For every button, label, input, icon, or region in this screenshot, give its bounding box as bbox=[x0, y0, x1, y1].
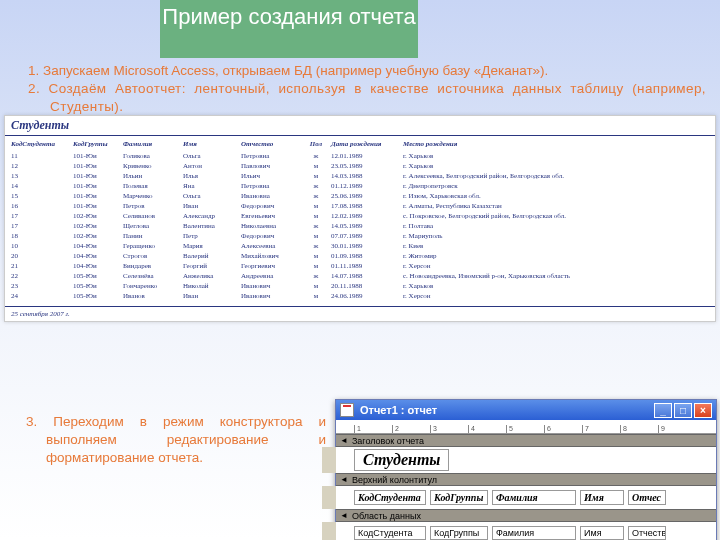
table-row: 18102-ЮиПанинПетрФедоровичм07.07.1989г. … bbox=[5, 231, 715, 241]
report-columns: КодСтудента КодГруппы Фамилия Имя Отчест… bbox=[5, 139, 715, 149]
table-row: 17102-ЮиСеливановАлександрЕвгеньевичм12.… bbox=[5, 211, 715, 221]
titlebar[interactable]: Отчет1 : отчет _ □ × bbox=[336, 400, 716, 420]
minimize-button[interactable]: _ bbox=[654, 403, 672, 418]
report-body: 11101-ЮиГоликоваОльгаПетровнаж12.01.1989… bbox=[5, 149, 715, 306]
section-report-header[interactable]: ◄Заголовок отчета bbox=[336, 434, 716, 447]
step-3: 3. Переходим в режим конструктора и выпо… bbox=[26, 413, 326, 468]
field-control[interactable]: Имя bbox=[580, 526, 624, 540]
table-row: 17102-ЮиЩегловаВалентинаНиколаевнаж14.05… bbox=[5, 221, 715, 231]
table-row: 14101-ЮиПолеваяЯнаПетровнаж01.12.1989г. … bbox=[5, 181, 715, 191]
page-header-area[interactable]: КодСтудента КодГруппы Фамилия Имя Отчес bbox=[322, 486, 716, 509]
step-1: 1. Запускаем Microsoft Access, открываем… bbox=[28, 62, 706, 80]
label-control[interactable]: Имя bbox=[580, 490, 624, 505]
ruler: 123456789 bbox=[336, 420, 716, 434]
report-title: Студенты bbox=[5, 116, 715, 136]
label-control[interactable]: КодСтудента bbox=[354, 490, 426, 505]
title-label-control[interactable]: Студенты bbox=[354, 449, 449, 471]
section-detail[interactable]: ◄Область данных bbox=[336, 509, 716, 522]
table-row: 16101-ЮиПетровИванФедоровичм17.08.1988г.… bbox=[5, 201, 715, 211]
field-control[interactable]: КодСтудента bbox=[354, 526, 426, 540]
access-designer-window: Отчет1 : отчет _ □ × 123456789 ◄Заголово… bbox=[335, 399, 717, 540]
table-row: 20104-ЮиСтроговВалерийМихайловичм01.09.1… bbox=[5, 251, 715, 261]
label-control[interactable]: Отчес bbox=[628, 490, 666, 505]
table-row: 22105-ЮиСелезнёваАнжеликаАндреевнаж14.07… bbox=[5, 271, 715, 281]
table-row: 12101-ЮиКривенкоАнтонПавловичм23.05.1989… bbox=[5, 161, 715, 171]
detail-area[interactable]: КодСтудента КодГруппы Фамилия Имя Отчест… bbox=[322, 522, 716, 540]
label-control[interactable]: Фамилия bbox=[492, 490, 576, 505]
report-preview: Студенты КодСтудента КодГруппы Фамилия И… bbox=[4, 115, 716, 322]
header-area[interactable]: Студенты bbox=[322, 447, 716, 473]
table-row: 21104-ЮиБиндаревГеоргийГеоргиевичм01.11.… bbox=[5, 261, 715, 271]
maximize-button[interactable]: □ bbox=[674, 403, 692, 418]
title-text: Пример создания отчета bbox=[162, 4, 415, 29]
report-icon bbox=[340, 403, 354, 417]
table-row: 11101-ЮиГоликоваОльгаПетровнаж12.01.1989… bbox=[5, 151, 715, 161]
field-control[interactable]: Отчеств bbox=[628, 526, 666, 540]
field-control[interactable]: КодГруппы bbox=[430, 526, 488, 540]
report-footer: 25 сентября 2007 г. bbox=[5, 306, 715, 321]
steps-list: 1. Запускаем Microsoft Access, открываем… bbox=[0, 62, 714, 117]
table-row: 24105-ЮиИвановИванИвановичм24.06.1989г. … bbox=[5, 291, 715, 301]
table-row: 13101-ЮиИльинИльяИльичм14.03.1988г. Алек… bbox=[5, 171, 715, 181]
step-2: 2. Создаём Автоотчет: ленточный, использ… bbox=[28, 80, 706, 116]
title-banner: Пример создания отчета bbox=[160, 0, 418, 58]
table-row: 10104-ЮиГеращенкоМарияАлексеевнаж30.01.1… bbox=[5, 241, 715, 251]
section-page-header[interactable]: ◄Верхний колонтитул bbox=[336, 473, 716, 486]
label-control[interactable]: КодГруппы bbox=[430, 490, 488, 505]
table-row: 23105-ЮиГончаренкоНиколайИвановичм20.11.… bbox=[5, 281, 715, 291]
window-title: Отчет1 : отчет bbox=[360, 404, 437, 416]
close-button[interactable]: × bbox=[694, 403, 712, 418]
field-control[interactable]: Фамилия bbox=[492, 526, 576, 540]
table-row: 15101-ЮиМарченкоОльгаИвановнаж25.06.1989… bbox=[5, 191, 715, 201]
